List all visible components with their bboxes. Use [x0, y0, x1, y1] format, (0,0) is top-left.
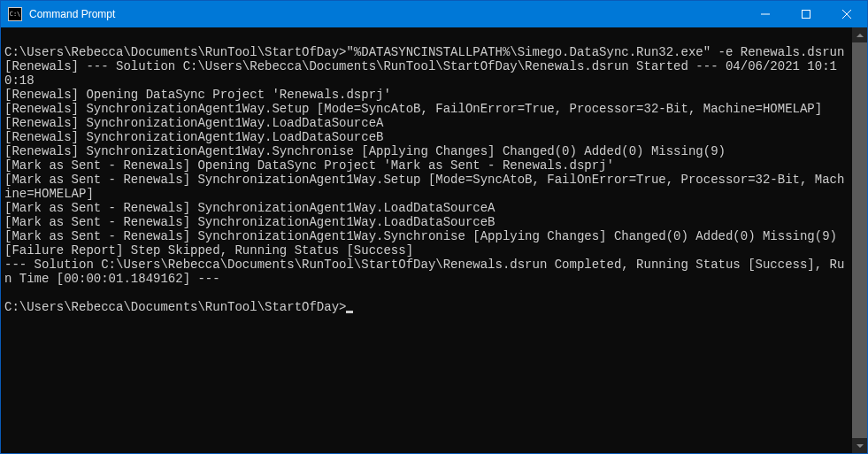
- scrollbar-thumb[interactable]: [852, 42, 867, 438]
- command-prompt-icon: C:\: [8, 7, 22, 21]
- terminal-line: [Failure Report] Step Skipped, Running S…: [4, 243, 849, 258]
- minimize-button[interactable]: [745, 1, 786, 27]
- terminal-line: [Mark as Sent - Renewals] Synchronizatio…: [4, 173, 849, 201]
- maximize-button[interactable]: [786, 1, 826, 27]
- terminal-line: [Renewals] --- Solution C:\Users\Rebecca…: [4, 59, 849, 88]
- terminal-line: [Renewals] Opening DataSync Project 'Ren…: [4, 88, 849, 102]
- scrollbar[interactable]: [852, 27, 867, 453]
- terminal-line: [Renewals] SynchronizationAgent1Way.Load…: [4, 116, 849, 130]
- close-button[interactable]: [826, 1, 867, 27]
- terminal-line: C:\Users\Rebecca\Documents\RunTool\Start…: [4, 300, 849, 314]
- titlebar[interactable]: C:\ Command Prompt: [1, 1, 867, 27]
- svg-rect-1: [803, 11, 810, 19]
- icon-text: C:\: [10, 12, 21, 18]
- terminal-line: C:\Users\Rebecca\Documents\RunTool\Start…: [4, 45, 849, 59]
- window-title: Command Prompt: [27, 8, 745, 20]
- scroll-down-button[interactable]: [852, 438, 867, 453]
- terminal-line: --- Solution C:\Users\Rebecca\Documents\…: [4, 258, 849, 286]
- window-controls: [745, 1, 867, 27]
- terminal-line: [Renewals] SynchronizationAgent1Way.Load…: [4, 130, 849, 144]
- cursor: [346, 311, 353, 313]
- terminal-area: C:\Users\Rebecca\Documents\RunTool\Start…: [1, 27, 867, 453]
- terminal-line: [Renewals] SynchronizationAgent1Way.Setu…: [4, 102, 849, 116]
- terminal-line: [Renewals] SynchronizationAgent1Way.Sync…: [4, 144, 849, 158]
- terminal-line: [Mark as Sent - Renewals] Synchronizatio…: [4, 229, 849, 243]
- terminal-output[interactable]: C:\Users\Rebecca\Documents\RunTool\Start…: [1, 27, 852, 453]
- terminal-line: [Mark as Sent - Renewals] Synchronizatio…: [4, 201, 849, 215]
- terminal-line: [Mark as Sent - Renewals] Synchronizatio…: [4, 215, 849, 229]
- scroll-up-button[interactable]: [852, 27, 867, 42]
- prompt: C:\Users\Rebecca\Documents\RunTool\Start…: [4, 300, 346, 314]
- terminal-line: [Mark as Sent - Renewals] Opening DataSy…: [4, 158, 849, 173]
- terminal-line: [4, 286, 849, 300]
